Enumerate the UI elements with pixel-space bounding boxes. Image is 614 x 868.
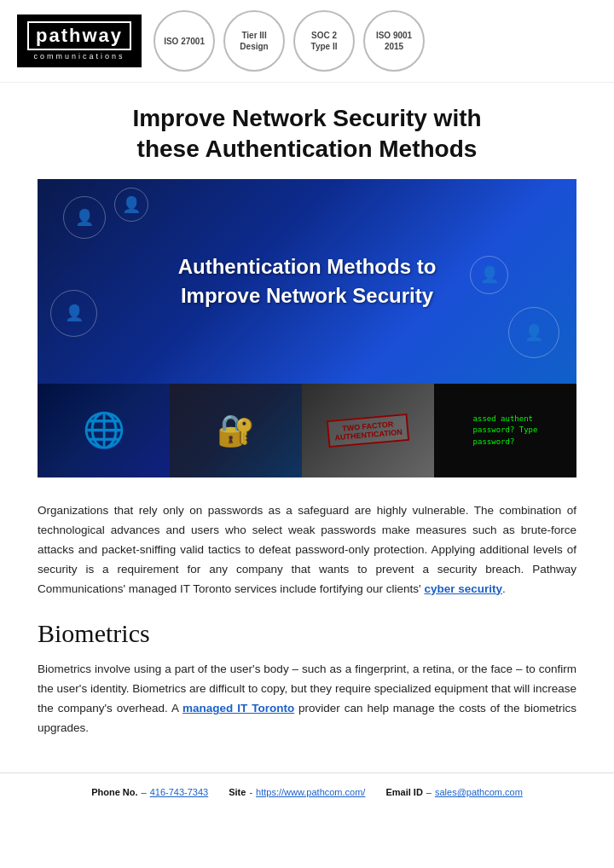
logo-main-text: pathway [27, 21, 131, 50]
certification-badges: ISO 27001 Tier III Design SOC 2 Type II … [154, 10, 425, 72]
phone-link[interactable]: 416-743-7343 [150, 787, 209, 797]
badge-tier3: Tier III Design [223, 10, 285, 72]
person-icon-3: 👤 [65, 304, 84, 322]
page-header: pathway communications ISO 27001 Tier II… [0, 0, 614, 83]
hero-image-strip: TWO FACTOR AUTHENTICATION assed authent … [38, 384, 576, 477]
person-icon-5: 👤 [480, 265, 499, 284]
two-factor-label: TWO FACTOR AUTHENTICATION [327, 414, 410, 448]
hero-title: Authentication Methods to Improve Networ… [144, 252, 471, 310]
intro-paragraph: Organizations that rely only on password… [38, 501, 576, 599]
hero-circle-2: 👤 [114, 188, 148, 222]
code-text: assed authent password? Type password? [473, 414, 538, 448]
biometrics-paragraph: Biometrics involve using a part of the u… [38, 660, 576, 738]
hero-circle-5: 👤 [470, 256, 508, 294]
biometrics-heading: Biometrics [38, 619, 576, 648]
footer-phone: Phone No. – 416-743-7343 [91, 787, 208, 797]
strip-item-globe [38, 384, 170, 477]
person-icon-1: 👤 [75, 208, 94, 227]
person-icon-2: 👤 [122, 195, 141, 214]
main-content: Improve Network Security with these Auth… [0, 83, 614, 738]
strip-item-2fa: TWO FACTOR AUTHENTICATION [302, 384, 434, 477]
logo-sub-text: communications [34, 52, 125, 61]
badge-soc2: SOC 2 Type II [293, 10, 355, 72]
email-link[interactable]: sales@pathcom.com [435, 787, 523, 797]
managed-it-toronto-link[interactable]: managed IT Toronto [182, 702, 294, 715]
hero-main-image: 👤 👤 👤 👤 👤 Authentication Methods to Impr… [38, 179, 576, 384]
cyber-security-link[interactable]: cyber security [424, 582, 502, 595]
badge-iso27001: ISO 27001 [154, 10, 215, 72]
hero-circle-4: 👤 [508, 307, 559, 358]
footer-site: Site - https://www.pathcom.com/ [229, 787, 365, 797]
body-section: Organizations that rely only on password… [38, 477, 576, 738]
hero-section: 👤 👤 👤 👤 👤 Authentication Methods to Impr… [38, 179, 576, 477]
page-title: Improve Network Security with these Auth… [38, 83, 576, 179]
strip-item-lock [170, 384, 302, 477]
site-link[interactable]: https://www.pathcom.com/ [256, 787, 365, 797]
footer-email: Email ID – sales@pathcom.com [385, 787, 522, 797]
hero-circle-1: 👤 [63, 196, 106, 239]
logo: pathway communications [17, 14, 142, 67]
strip-item-code: assed authent password? Type password? [434, 384, 576, 477]
hero-circle-3: 👤 [50, 290, 97, 337]
page-footer: Phone No. – 416-743-7343 Site - https://… [0, 773, 614, 811]
person-icon-4: 👤 [524, 323, 543, 342]
badge-iso9001: ISO 9001 2015 [363, 10, 425, 72]
